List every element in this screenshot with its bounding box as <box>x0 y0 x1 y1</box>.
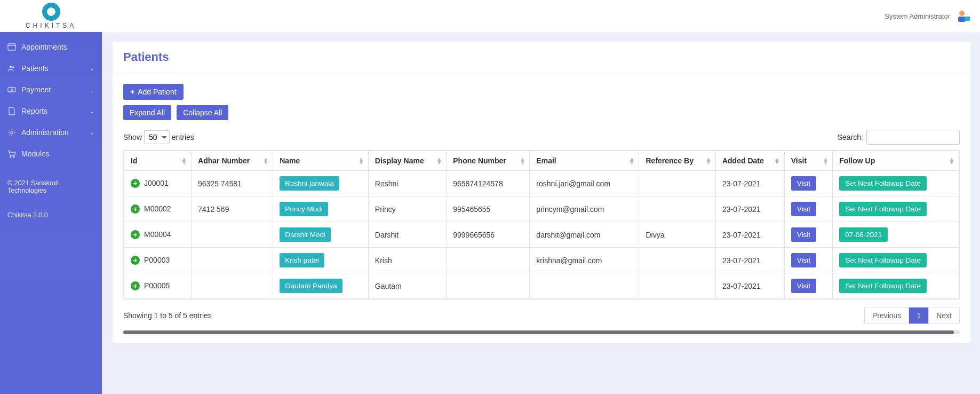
column-email[interactable]: Email▲▼ <box>530 151 639 171</box>
column-display-name[interactable]: Display Name▲▼ <box>368 151 446 171</box>
chevron-down-icon: ⌄ <box>90 65 94 72</box>
sort-icon: ▲▼ <box>823 157 828 164</box>
cell-id: M00002 <box>144 204 171 213</box>
patients-table: Id▲▼Adhar Number▲▼Name▲▼Display Name▲▼Ph… <box>124 151 959 299</box>
expand-all-button[interactable]: Expand All <box>123 105 171 120</box>
brand-logo[interactable]: CHIKITSA <box>26 3 76 29</box>
patient-name-button[interactable]: Gautam Pandya <box>280 279 342 293</box>
plus-icon: + <box>130 88 134 96</box>
calendar-icon <box>7 43 16 51</box>
column-phone-number[interactable]: Phone Number▲▼ <box>447 151 530 171</box>
sidebar-copyright: © 2021 Sanskruti Technologies <box>0 172 102 202</box>
patient-name-button[interactable]: Darshit Modi <box>280 227 331 242</box>
sort-icon: ▲▼ <box>263 157 268 164</box>
column-added-date[interactable]: Added Date▲▼ <box>715 151 784 171</box>
visit-button[interactable]: Visit <box>791 202 816 216</box>
pagination: Previous 1 Next <box>864 307 960 324</box>
followup-button[interactable]: Set Next Followup Date <box>839 253 927 267</box>
column-visit[interactable]: Visit▲▼ <box>784 151 833 171</box>
followup-button[interactable]: Set Next Followup Date <box>839 176 927 191</box>
sort-icon: ▲▼ <box>358 157 364 164</box>
cell-display: Princy <box>368 196 446 222</box>
visit-button[interactable]: Visit <box>791 253 816 267</box>
cell-ref <box>639 248 715 273</box>
sidebar-item-administration[interactable]: Administration⌄ <box>0 122 102 143</box>
main-content: Patients + Add Patient Expand All Collap… <box>102 32 980 394</box>
chevron-down-icon: ⌄ <box>90 108 94 115</box>
table-info: Showing 1 to 5 of 5 entries <box>123 311 212 320</box>
visit-button[interactable]: Visit <box>791 227 816 242</box>
cell-added: 23-07-2021 <box>715 248 784 273</box>
followup-button[interactable]: Set Next Followup Date <box>839 279 927 293</box>
svg-rect-3 <box>8 44 15 50</box>
cell-ref <box>639 273 715 299</box>
cart-icon <box>7 149 16 158</box>
column-label: Phone Number <box>453 156 506 165</box>
column-follow-up[interactable]: Follow Up▲▼ <box>833 151 959 171</box>
cell-phone <box>447 273 530 299</box>
column-label: Name <box>280 156 300 165</box>
horizontal-scrollbar[interactable] <box>123 330 960 334</box>
column-adhar-number[interactable]: Adhar Number▲▼ <box>192 151 273 171</box>
patients-card: Patients + Add Patient Expand All Collap… <box>113 42 970 343</box>
column-reference-by[interactable]: Reference By▲▼ <box>639 151 715 171</box>
add-patient-button[interactable]: + Add Patient <box>123 84 184 100</box>
sidebar-item-reports[interactable]: Reports⌄ <box>0 100 102 122</box>
sidebar-item-modules[interactable]: Modules <box>0 143 102 164</box>
search-label: Search: <box>838 133 863 141</box>
logo-icon <box>42 3 60 21</box>
entries-select[interactable]: 50 <box>144 130 170 144</box>
expand-row-button[interactable]: + <box>131 230 140 239</box>
svg-point-11 <box>13 156 14 157</box>
sidebar-item-label: Patients <box>21 64 49 73</box>
patient-name-button[interactable]: Roshni jariwala <box>280 176 339 191</box>
cell-phone <box>447 248 530 273</box>
sidebar-item-label: Payment <box>21 85 51 94</box>
sidebar-item-label: Modules <box>21 149 50 158</box>
column-label: Follow Up <box>839 156 875 165</box>
table-row: +P00005Gautam PandyaGautam23-07-2021Visi… <box>124 273 959 299</box>
document-icon <box>7 107 16 115</box>
topbar-user[interactable]: System Administrator <box>885 9 970 23</box>
visit-button[interactable]: Visit <box>791 279 816 293</box>
cell-added: 23-07-2021 <box>715 222 784 248</box>
table-row: +J0000196325 74581Roshni jariwalaRoshni9… <box>124 171 959 196</box>
expand-row-button[interactable]: + <box>131 204 140 214</box>
column-id[interactable]: Id▲▼ <box>124 151 192 171</box>
sidebar-item-patients[interactable]: Patients⌄ <box>0 58 102 79</box>
cell-display: Krish <box>368 248 446 273</box>
page-next[interactable]: Next <box>928 308 959 324</box>
sort-icon: ▲▼ <box>775 157 780 164</box>
svg-point-8 <box>11 89 13 91</box>
followup-button[interactable]: Set Next Followup Date <box>839 202 927 216</box>
column-label: Visit <box>791 156 807 165</box>
column-name[interactable]: Name▲▼ <box>273 151 369 171</box>
patient-name-button[interactable]: Krish patel <box>280 253 324 267</box>
patient-name-button[interactable]: Princy Modi <box>280 202 328 216</box>
cell-display: Darshit <box>368 222 446 248</box>
cell-adhar <box>192 248 273 273</box>
page-1[interactable]: 1 <box>909 308 928 324</box>
cash-icon <box>7 85 16 94</box>
page-prev[interactable]: Previous <box>865 308 909 324</box>
cell-id: P00003 <box>144 256 170 264</box>
cell-adhar <box>192 273 273 299</box>
cell-display: Gautam <box>368 273 446 299</box>
sidebar-item-label: Reports <box>21 107 47 115</box>
followup-button[interactable]: 07-08-2021 <box>839 227 888 242</box>
sidebar-item-label: Appointments <box>21 43 67 51</box>
svg-rect-7 <box>8 88 15 92</box>
expand-row-button[interactable]: + <box>131 179 140 188</box>
patients-table-wrap: Id▲▼Adhar Number▲▼Name▲▼Display Name▲▼Ph… <box>123 150 960 300</box>
sidebar-item-payment[interactable]: Payment⌄ <box>0 79 102 100</box>
visit-button[interactable]: Visit <box>791 176 816 191</box>
cell-added: 23-07-2021 <box>715 196 784 222</box>
column-label: Display Name <box>375 156 424 165</box>
expand-row-button[interactable]: + <box>131 256 140 265</box>
brand-name: CHIKITSA <box>26 22 76 29</box>
search-input[interactable] <box>866 130 960 145</box>
sidebar-item-appointments[interactable]: Appointments <box>0 36 102 58</box>
expand-row-button[interactable]: + <box>131 281 140 290</box>
collapse-all-button[interactable]: Collapse All <box>177 105 228 120</box>
cell-adhar <box>192 222 273 248</box>
